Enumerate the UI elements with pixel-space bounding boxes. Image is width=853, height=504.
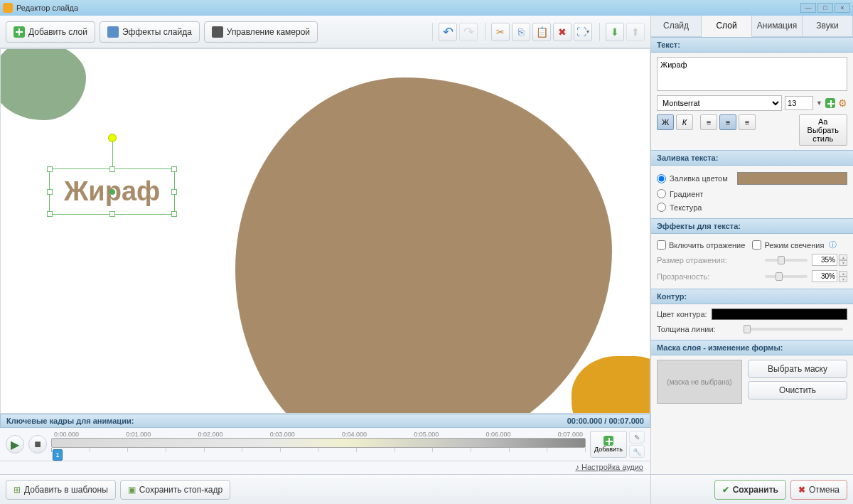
undo-icon: ↶ [443, 24, 454, 40]
arrow-down-icon: ⬇ [611, 26, 619, 38]
canvas[interactable]: Жираф [0, 48, 650, 414]
stop-button[interactable]: ■ [28, 435, 47, 454]
undo-button[interactable]: ↶ [439, 23, 457, 41]
timeline-track[interactable]: 0:00.0000:01.0000:02.0000:03.0000:04.000… [51, 431, 586, 458]
fill-color-swatch[interactable] [737, 172, 847, 185]
maximize-button[interactable]: □ [817, 3, 833, 13]
font-select[interactable]: Montserrat [657, 95, 782, 111]
play-icon: ▶ [11, 438, 19, 451]
delete-icon: ✖ [558, 26, 567, 38]
cut-button[interactable]: ✂ [491, 23, 510, 41]
expand-icon: ⛶ [576, 26, 586, 38]
align-center-icon: ≡ [726, 118, 730, 127]
copy-button[interactable]: ⎘ [512, 23, 530, 41]
save-button[interactable]: ✔Сохранить [714, 480, 786, 500]
main-toolbar: Добавить слой Эффекты слайда Управление … [0, 16, 650, 48]
add-layer-button[interactable]: Добавить слой [6, 21, 95, 43]
align-right-button[interactable]: ≡ [739, 114, 756, 130]
add-to-templates-button[interactable]: ⊞Добавить в шаблоны [6, 480, 116, 500]
resize-handle-bm[interactable] [109, 211, 115, 217]
glow-checkbox[interactable] [752, 240, 761, 250]
font-settings-icon[interactable]: ⚙ [838, 97, 847, 109]
align-left-icon: ≡ [707, 118, 711, 127]
cancel-button[interactable]: ✖Отмена [790, 480, 847, 500]
tab-slide[interactable]: Слайд [651, 16, 702, 36]
wrench-icon: 🔧 [633, 448, 641, 456]
pencil-icon: ✎ [634, 434, 640, 441]
brown-shape[interactable] [235, 77, 612, 414]
contour-color-swatch[interactable] [712, 309, 847, 320]
edit-keyframe-button[interactable]: ✎ [629, 431, 645, 444]
timeline-header: Ключевые кадры для анимации: 00:00.000 /… [0, 414, 650, 428]
keyframe-marker[interactable]: 1 [53, 449, 63, 461]
add-font-icon[interactable] [825, 98, 835, 108]
paste-button[interactable]: 📋 [532, 23, 551, 41]
resize-handle-tr[interactable] [171, 166, 177, 172]
tab-sounds[interactable]: Звуки [803, 16, 853, 36]
save-frame-button[interactable]: ▣Сохранить стоп-кадр [120, 480, 230, 500]
settings-keyframe-button[interactable]: 🔧 [629, 445, 645, 458]
italic-button[interactable]: К [676, 114, 693, 130]
fill-color-radio[interactable] [657, 174, 666, 183]
help-icon[interactable]: ⓘ [829, 240, 837, 250]
layer-down-button[interactable]: ⬇ [606, 23, 624, 41]
delete-button[interactable]: ✖ [553, 23, 572, 41]
reflection-checkbox[interactable] [657, 240, 666, 250]
fill-section-header: Заливка текста: [651, 150, 853, 166]
transparency-slider[interactable] [765, 275, 808, 278]
align-right-icon: ≡ [745, 118, 749, 127]
resize-handle-lm[interactable] [47, 189, 53, 195]
center-point[interactable] [109, 189, 115, 195]
tab-layer[interactable]: Слой [702, 16, 752, 37]
font-size-input[interactable] [785, 96, 813, 110]
gradient-radio[interactable] [657, 189, 666, 198]
play-button[interactable]: ▶ [6, 435, 24, 454]
scissors-icon: ✂ [496, 26, 505, 38]
resize-handle-br[interactable] [171, 211, 177, 217]
resize-handle-tm[interactable] [109, 166, 115, 172]
align-center-button[interactable]: ≡ [719, 114, 736, 130]
bottom-bar: ⊞Добавить в шаблоны ▣Сохранить стоп-кадр [0, 474, 650, 504]
bold-button[interactable]: Ж [657, 114, 674, 130]
choose-style-button[interactable]: Aa Выбрать стиль [799, 114, 848, 146]
close-button[interactable]: × [835, 3, 850, 13]
resize-handle-tl[interactable] [47, 166, 53, 172]
titlebar: Редактор слайда — □ × [0, 0, 853, 16]
effects-section-header: Эффекты для текста: [651, 218, 853, 234]
mask-section-header: Маска слоя - изменение формы: [651, 340, 853, 355]
transparency-input[interactable] [812, 270, 837, 282]
plus-icon [14, 26, 25, 38]
texture-radio[interactable] [657, 203, 666, 212]
green-shape[interactable] [0, 48, 86, 120]
reflection-size-slider[interactable] [765, 259, 808, 262]
resize-handle-rm[interactable] [171, 189, 177, 195]
minimize-button[interactable]: — [800, 3, 816, 13]
clear-mask-button[interactable]: Очистить [748, 381, 847, 400]
text-section-header: Текст: [651, 37, 853, 53]
align-left-button[interactable]: ≡ [700, 114, 717, 130]
timeline: ▶ ■ 0:00.0000:01.0000:02.0000:03.0000:04… [0, 428, 650, 461]
layer-up-button[interactable]: ⬆ [626, 23, 645, 41]
frame-icon: ▣ [128, 485, 136, 495]
resize-handle-bl[interactable] [47, 211, 53, 217]
fit-button[interactable]: ⛶▾ [574, 23, 592, 41]
yellow-shape[interactable] [572, 356, 650, 414]
x-icon: ✖ [798, 485, 805, 495]
rotate-handle[interactable] [108, 134, 117, 142]
camera-icon [212, 26, 223, 38]
timeline-time: 00:00.000 / 00:07.000 [567, 417, 644, 425]
line-width-slider[interactable] [744, 328, 843, 331]
choose-mask-button[interactable]: Выбрать маску [748, 360, 847, 378]
puzzle-icon [107, 26, 119, 38]
tab-animation[interactable]: Анимация [752, 16, 803, 36]
contour-section-header: Контур: [651, 289, 853, 304]
selected-text-object[interactable]: Жираф [49, 168, 175, 215]
stop-icon: ■ [34, 438, 41, 451]
reflection-size-input[interactable] [812, 254, 837, 266]
text-input[interactable]: Жираф [657, 57, 847, 91]
slide-effects-button[interactable]: Эффекты слайда [100, 21, 200, 43]
add-keyframe-button[interactable]: Добавить [590, 431, 627, 458]
redo-button[interactable]: ↷ [459, 23, 478, 41]
camera-control-button[interactable]: Управление камерой [204, 21, 318, 43]
audio-settings-link[interactable]: ♪ Настройка аудио [0, 461, 650, 474]
